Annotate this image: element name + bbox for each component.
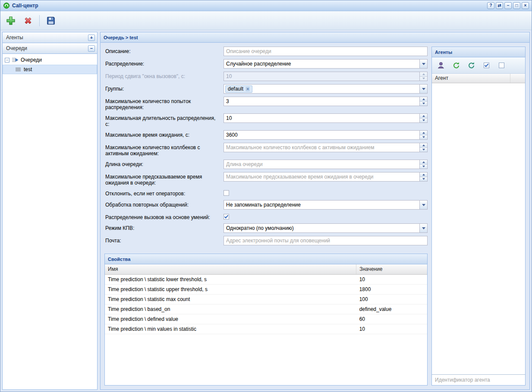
column-header-name[interactable]: Имя xyxy=(105,264,356,274)
spin-up-button[interactable] xyxy=(420,114,427,119)
distribution-input[interactable] xyxy=(224,60,419,68)
agent-id-input[interactable] xyxy=(432,375,525,385)
deselect-all-button[interactable] xyxy=(497,61,506,70)
dropdown-trigger[interactable] xyxy=(419,224,427,232)
max-callbacks-active-waiting-input[interactable] xyxy=(224,143,419,152)
select-all-icon xyxy=(484,63,489,68)
form-row-call-window-shift-period: Период сдвига "окна вызовов", с: xyxy=(104,72,428,81)
spin-down-button[interactable] xyxy=(420,177,427,182)
app-icon xyxy=(3,2,10,9)
email-input[interactable] xyxy=(224,236,428,245)
spin-down-button[interactable] xyxy=(420,148,427,152)
properties-body: Time prediction \ statistic lower thresh… xyxy=(105,274,427,334)
tree-expander-icon[interactable]: − xyxy=(5,58,9,63)
skill-based-distribution-checkbox[interactable] xyxy=(224,214,229,220)
arrow-up-icon xyxy=(422,144,425,146)
delete-button[interactable] xyxy=(21,13,35,28)
table-row[interactable]: Time prediction \ statistic max count100 xyxy=(105,294,427,304)
email-label: Почта: xyxy=(104,236,224,245)
repeat-calls-handling-input[interactable] xyxy=(224,201,419,209)
spin-down-button[interactable] xyxy=(420,135,427,140)
chevron-down-icon xyxy=(422,63,425,65)
dropdown-trigger[interactable] xyxy=(419,60,427,68)
save-button[interactable] xyxy=(44,13,58,28)
ringback-mode-control xyxy=(224,223,428,233)
spin-up-button[interactable] xyxy=(420,97,427,102)
form-row-groups: Группы:default× xyxy=(104,84,428,94)
max-predicted-wait-time-spinnerfield[interactable] xyxy=(224,172,428,182)
table-row[interactable]: Time prediction \ statistic upper thresh… xyxy=(105,284,427,294)
auto-refresh-button[interactable] xyxy=(466,61,476,70)
groups-label: Группы: xyxy=(104,84,224,94)
max-callbacks-active-waiting-spinnerfield[interactable] xyxy=(224,143,428,152)
refresh-button[interactable] xyxy=(451,61,461,70)
tree-node-root[interactable]: − Очереди xyxy=(3,55,97,65)
accordion-header-queues[interactable]: Очереди − xyxy=(3,43,97,54)
queue-length-label: Длина очереди: xyxy=(104,160,224,169)
skill-based-distribution-label: Распределение вызовов на основе умений: xyxy=(104,213,224,220)
dropdown-trigger[interactable] xyxy=(419,85,427,93)
window-controls: ?⇄–□× xyxy=(487,2,529,9)
column-header-agent[interactable]: Агент xyxy=(432,74,510,83)
spin-down-button[interactable] xyxy=(420,119,427,123)
auto-refresh-icon xyxy=(468,62,475,69)
tree-node-test[interactable]: test xyxy=(3,65,97,74)
table-row[interactable]: Time prediction \ statistic lower thresh… xyxy=(105,274,427,284)
spin-down-button[interactable] xyxy=(420,165,427,169)
maximize-button[interactable]: □ xyxy=(513,2,520,9)
description-input[interactable] xyxy=(224,47,428,56)
description-control xyxy=(224,47,428,56)
help-button[interactable]: ? xyxy=(487,2,494,9)
value-cell: 10 xyxy=(356,274,427,284)
ringback-mode-input[interactable] xyxy=(224,224,419,232)
spin-up-button[interactable] xyxy=(420,131,427,135)
max-distribution-duration-spinnerfield[interactable] xyxy=(224,113,428,123)
reject-if-no-operators-control xyxy=(224,189,428,197)
arrow-down-icon xyxy=(422,149,425,151)
table-row[interactable]: Time prediction \ defined value60 xyxy=(105,314,427,324)
distribution-combobox[interactable] xyxy=(224,59,428,69)
call-window-shift-period-spinnerfield[interactable] xyxy=(224,72,428,81)
column-header-value[interactable]: Значение xyxy=(356,264,427,274)
ringback-mode-combobox[interactable] xyxy=(224,223,428,233)
queue-length-input[interactable] xyxy=(224,160,419,169)
add-agent-button[interactable] xyxy=(436,61,446,70)
max-wait-time-spinnerfield[interactable] xyxy=(224,130,428,140)
spin-down-button[interactable] xyxy=(420,102,427,106)
dropdown-trigger[interactable] xyxy=(419,201,427,209)
agents-panel-header: Агенты xyxy=(432,47,525,57)
max-predicted-wait-time-input[interactable] xyxy=(224,172,419,181)
refresh-button[interactable]: ⇄ xyxy=(496,2,503,9)
arrow-up-icon xyxy=(422,161,425,163)
call-window-shift-period-input[interactable] xyxy=(224,72,419,81)
max-wait-time-input[interactable] xyxy=(224,131,419,139)
queue-length-spinnerfield[interactable] xyxy=(224,160,428,169)
repeat-calls-handling-combobox[interactable] xyxy=(224,200,428,210)
max-distribution-duration-input[interactable] xyxy=(224,114,419,122)
expand-icon[interactable]: + xyxy=(88,34,95,41)
table-row[interactable]: Time prediction \ min values in statisti… xyxy=(105,324,427,334)
reject-if-no-operators-checkbox[interactable] xyxy=(224,190,229,196)
minimize-button[interactable]: – xyxy=(504,2,512,9)
tag-remove-icon[interactable]: × xyxy=(246,87,250,91)
app-window: Call-центр ?⇄–□× xyxy=(0,0,532,392)
max-distribution-attempts-label: Максимальное количество попыток распреде… xyxy=(104,97,224,110)
max-distribution-attempts-input[interactable] xyxy=(224,97,419,106)
table-row[interactable]: Time prediction \ based_ondefined_value xyxy=(105,304,427,314)
groups-tagfield[interactable]: default× xyxy=(224,84,428,94)
add-button[interactable] xyxy=(3,13,18,28)
accordion-header-agents[interactable]: Агенты + xyxy=(3,32,97,43)
spinner-buttons xyxy=(419,172,427,181)
breadcrumb: Очередь > test xyxy=(104,35,138,40)
max-distribution-attempts-spinnerfield[interactable] xyxy=(224,97,428,106)
arrow-down-icon xyxy=(422,166,425,167)
spin-up-button[interactable] xyxy=(420,172,427,177)
spin-up-button[interactable] xyxy=(420,160,427,165)
deselect-all-icon xyxy=(499,63,504,68)
spin-up-button[interactable] xyxy=(420,143,427,148)
close-button[interactable]: × xyxy=(522,2,529,9)
tree-root-label: Очереди xyxy=(21,57,42,63)
collapse-icon[interactable]: − xyxy=(88,45,95,52)
max-predicted-wait-time-control xyxy=(224,172,428,186)
select-all-button[interactable] xyxy=(482,61,491,70)
